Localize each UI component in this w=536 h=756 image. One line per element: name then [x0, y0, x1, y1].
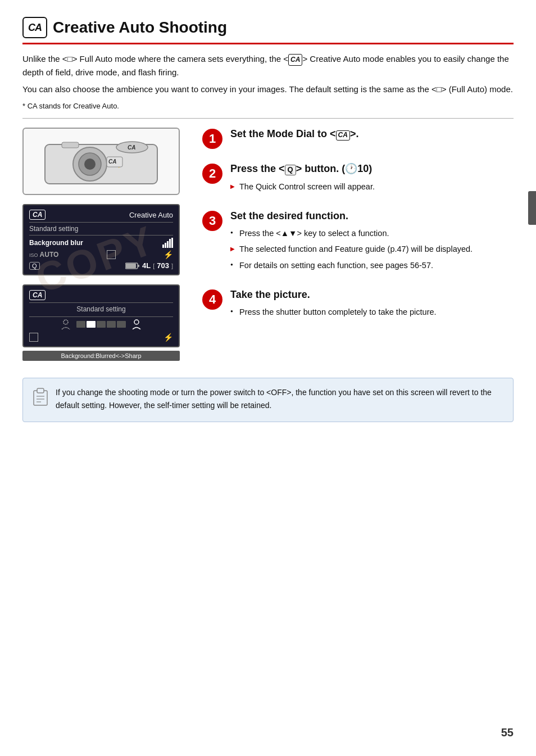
- page-title: Creative Auto Shooting: [53, 19, 227, 37]
- checkbox-2: [29, 333, 38, 342]
- checkbox-1: [107, 250, 116, 259]
- ca-inline-icon: CA: [288, 54, 302, 66]
- iso-label: ISO AUTO: [29, 251, 58, 259]
- svg-rect-6: [62, 142, 79, 148]
- step-1-number: 1: [202, 129, 222, 149]
- lcd2-setting-row: Standard setting: [29, 305, 173, 313]
- main-content: CA ⚡ CA CA Creative Auto Standard settin…: [22, 128, 514, 361]
- ca-step1-icon: CA: [336, 130, 350, 141]
- step-2-bullet-1: The Quick Control screen will appear.: [230, 180, 514, 193]
- shot-count: 703: [157, 261, 169, 270]
- bar-5: [171, 238, 173, 248]
- note-icon: [32, 387, 49, 414]
- intro-para2: You can also choose the ambience you wan…: [22, 83, 514, 96]
- lcd-setting-label: Standard setting: [29, 225, 78, 233]
- bg-label-bar: Background:Blurred<->Sharp: [22, 351, 180, 361]
- lcd-blur-row: Background blur: [29, 238, 173, 248]
- step-3-bullet-3: For details on setting each function, se…: [230, 259, 514, 272]
- bar-3: [167, 241, 169, 248]
- lcd-blur-label: Background blur: [29, 239, 83, 247]
- step-1-title: Set the Mode Dial to <CA>.: [230, 128, 514, 141]
- step-3: 3 Set the desired function. Press the <▲…: [202, 210, 514, 275]
- right-column: 1 Set the Mode Dial to <CA>. 2 Press the…: [202, 128, 514, 361]
- step-4-title: Take the picture.: [230, 288, 514, 301]
- left-column: CA ⚡ CA CA Creative Auto Standard settin…: [22, 128, 191, 361]
- lcd-mode-label: Creative Auto: [129, 211, 173, 219]
- step-1-content: Set the Mode Dial to <CA>.: [230, 128, 514, 145]
- lcd2-bottom-icons: ⚡: [29, 333, 173, 342]
- blur-person-icon: [60, 319, 72, 329]
- battery-icon: [125, 262, 140, 270]
- bracket-close: ]: [171, 262, 173, 269]
- page-number: 55: [501, 726, 514, 739]
- step-4-number: 4: [202, 289, 222, 310]
- camera-svg: CA ⚡ CA: [34, 133, 169, 189]
- note-text: If you change the shooting mode or turn …: [56, 386, 504, 414]
- lcd-screen-2: CA Standard setting: [22, 284, 180, 347]
- lcd-ca-badge: CA: [29, 210, 46, 220]
- clipboard-icon: [32, 387, 49, 406]
- lcd2-slider-row: [29, 319, 173, 329]
- bracket-open: [: [153, 262, 155, 269]
- lcd-bottom-row: Q 4L [ 703 ]: [29, 261, 173, 270]
- note-box: If you change the shooting mode or turn …: [22, 378, 514, 422]
- sharp-person-icon: [130, 319, 143, 329]
- page-title-section: CA Creative Auto Shooting: [22, 17, 514, 44]
- lcd-top-row: CA Creative Auto: [29, 210, 173, 220]
- lcd2-divider: [29, 302, 173, 303]
- seg1: [76, 321, 85, 328]
- step-4: 4 Take the picture. Press the shutter bu…: [202, 288, 514, 322]
- lcd-divider2: [29, 235, 173, 236]
- lcd-setting-row: Standard setting: [29, 225, 173, 233]
- intro-para1: Unlike the <□> Full Auto mode where the …: [22, 52, 514, 79]
- seg4: [107, 321, 116, 328]
- bar-2: [165, 243, 166, 248]
- step-1: 1 Set the Mode Dial to <CA>.: [202, 128, 514, 149]
- camera-diagram: CA ⚡ CA: [22, 128, 180, 195]
- step-3-bullet-1: Press the <▲▼> key to select a function.: [230, 227, 514, 240]
- slider-track: [76, 321, 126, 328]
- right-tab: [528, 191, 536, 225]
- bar-4: [169, 239, 171, 248]
- lcd2-top: CA: [29, 290, 173, 300]
- lcd-blur-bar: [162, 238, 173, 248]
- lcd2-divider2: [29, 316, 173, 317]
- q-key-icon: Q: [285, 165, 296, 175]
- step-3-content: Set the desired function. Press the <▲▼>…: [230, 210, 514, 275]
- file-size-label: 4L: [142, 261, 151, 270]
- ca-icon: CA: [22, 17, 47, 38]
- step-3-body: Press the <▲▼> key to select a function.…: [230, 227, 514, 272]
- q-button-icon: Q: [29, 262, 40, 270]
- seg3: [97, 321, 106, 328]
- svg-text:CA: CA: [128, 144, 135, 151]
- step-4-content: Take the picture. Press the shutter butt…: [230, 288, 514, 322]
- lcd-row-icons: ISO AUTO ⚡: [29, 250, 173, 259]
- seg2: [87, 321, 96, 328]
- svg-point-13: [63, 320, 68, 324]
- step-4-body: Press the shutter button completely to t…: [230, 306, 514, 319]
- bottom-icons: 4L [ 703 ]: [125, 261, 173, 270]
- bar-1: [162, 245, 164, 248]
- lcd-divider1: [29, 222, 173, 223]
- step-2-number: 2: [202, 164, 222, 184]
- svg-rect-11: [126, 264, 136, 268]
- svg-rect-16: [37, 388, 44, 393]
- svg-rect-12: [138, 265, 139, 267]
- svg-text:CA: CA: [108, 159, 116, 165]
- step-2-body: The Quick Control screen will appear.: [230, 180, 514, 193]
- section-divider: [22, 118, 514, 119]
- flash-icon-1: ⚡: [163, 250, 173, 259]
- lcd2-ca-badge: CA: [29, 290, 46, 300]
- svg-point-14: [134, 320, 139, 324]
- step-2: 2 Press the <Q> button. (🕐10) The Quick …: [202, 162, 514, 196]
- flash-icon-2: ⚡: [163, 333, 173, 342]
- seg5: [117, 321, 126, 328]
- step-2-title: Press the <Q> button. (🕐10): [230, 162, 514, 175]
- step-3-title: Set the desired function.: [230, 210, 514, 223]
- svg-point-3: [84, 159, 96, 170]
- step-2-content: Press the <Q> button. (🕐10) The Quick Co…: [230, 162, 514, 196]
- step-4-bullet-1: Press the shutter button completely to t…: [230, 306, 514, 319]
- ca-note: * CA stands for Creative Auto.: [22, 102, 514, 110]
- intro-text: Unlike the <□> Full Auto mode where the …: [22, 52, 514, 96]
- step-3-bullet-2: The selected function and Feature guide …: [230, 243, 514, 256]
